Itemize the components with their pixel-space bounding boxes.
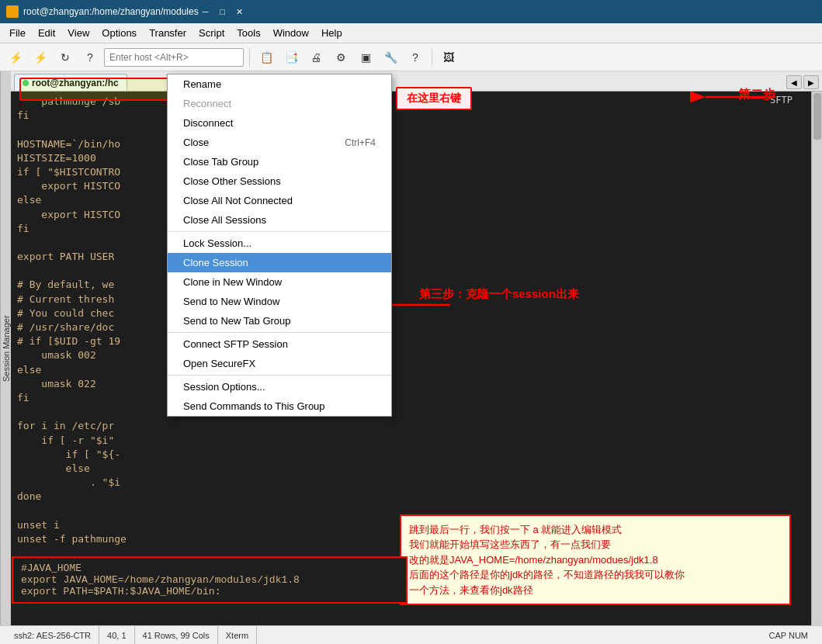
ctx-clone-new-window[interactable]: Clone in New Window xyxy=(168,272,391,292)
ctx-session-options[interactable]: Session Options... xyxy=(168,377,391,396)
ctx-sep1 xyxy=(168,231,391,232)
ctx-close-all-sessions[interactable]: Close All Sessions xyxy=(168,210,391,230)
menu-transfer[interactable]: Transfer xyxy=(143,26,192,40)
menubar: File Edit View Options Transfer Script T… xyxy=(0,23,822,43)
toolbar-wrench-btn[interactable]: 🔧 xyxy=(380,47,401,68)
ctx-close-shortcut: Ctrl+F4 xyxy=(345,137,376,148)
toolbar: ⚡ ⚡ ↻ ? 📋 📑 🖨 ⚙ ▣ 🔧 ? 🖼 xyxy=(0,43,822,71)
status-size: 41 Rows, 99 Cols xyxy=(135,626,218,644)
ctx-close-other-sessions-label: Close Other Sessions xyxy=(183,175,281,187)
terminal-area: root@zhangyan:/hc ◀ ▶ pathmunge /sb fi H… xyxy=(11,71,822,625)
tab-active[interactable]: root@zhangyan:/hc xyxy=(14,74,127,91)
host-input[interactable] xyxy=(104,48,244,67)
tab-navigation: ◀ ▶ xyxy=(786,75,819,91)
tab-prev-btn[interactable]: ◀ xyxy=(786,75,802,89)
ctx-reconnect: Reconnect xyxy=(168,94,391,113)
ctx-connect-sftp-label: Connect SFTP Session xyxy=(183,338,288,350)
ctx-close-all-not-connected-label: Close All Not Connected xyxy=(183,195,293,206)
maximize-button[interactable]: □ xyxy=(216,5,230,19)
toolbar-print-btn[interactable]: 🖨 xyxy=(305,47,327,68)
ctx-lock-session-label: Lock Session... xyxy=(183,237,251,249)
ctx-send-commands-label: Send Commands to This Group xyxy=(183,400,325,412)
toolbar-help2-btn[interactable]: ? xyxy=(404,47,426,68)
ctx-close-tab-group-label: Close Tab Group xyxy=(183,156,258,168)
statusbar: ssh2: AES-256-CTR 40, 1 41 Rows, 99 Cols… xyxy=(0,625,822,644)
status-position: 40, 1 xyxy=(99,626,134,644)
ctx-clone-session[interactable]: Clone Session xyxy=(168,253,391,272)
ctx-send-commands[interactable]: Send Commands to This Group xyxy=(168,396,391,416)
toolbar-separator2 xyxy=(432,49,432,66)
ctx-clone-session-label: Clone Session xyxy=(183,257,248,268)
ctx-connect-sftp[interactable]: Connect SFTP Session xyxy=(168,334,391,354)
status-term: Xterm xyxy=(218,626,257,644)
ctx-rename-label: Rename xyxy=(183,78,221,90)
toolbar-image-btn[interactable]: 🖼 xyxy=(438,47,460,68)
ctx-send-new-window-label: Send to New Window xyxy=(183,296,279,307)
menu-file[interactable]: File xyxy=(3,26,32,40)
ctx-close-all-not-connected[interactable]: Close All Not Connected xyxy=(168,191,391,210)
ctx-close-tab-group[interactable]: Close Tab Group xyxy=(168,152,391,171)
app-icon xyxy=(6,5,19,18)
tabs-bar: root@zhangyan:/hc ◀ ▶ xyxy=(11,71,822,92)
ctx-rename[interactable]: Rename xyxy=(168,74,391,94)
ctx-send-new-tab-group-label: Send to New Tab Group xyxy=(183,315,291,327)
session-manager-label: Session Manager xyxy=(2,315,11,382)
menu-help[interactable]: Help xyxy=(315,26,349,40)
ctx-open-securefx-label: Open SecureFX xyxy=(183,358,255,369)
ctx-sep2 xyxy=(168,332,391,333)
toolbar-copy-btn[interactable]: 📋 xyxy=(255,47,277,68)
menu-tools[interactable]: Tools xyxy=(231,26,266,40)
ctx-disconnect[interactable]: Disconnect xyxy=(168,113,391,133)
toolbar-settings-btn[interactable]: ⚙ xyxy=(330,47,352,68)
toolbar-monitor-btn[interactable]: ▣ xyxy=(355,47,376,68)
ctx-disconnect-label: Disconnect xyxy=(183,117,233,129)
toolbar-refresh-btn[interactable]: ↻ xyxy=(54,47,76,68)
minimize-button[interactable]: ─ xyxy=(199,5,213,19)
tab-next-btn[interactable]: ▶ xyxy=(803,75,819,89)
menu-script[interactable]: Script xyxy=(192,26,231,40)
window-title: root@zhangyan:/home/zhangyan/modules xyxy=(23,6,199,17)
ctx-send-new-window[interactable]: Send to New Window xyxy=(168,292,391,311)
titlebar: root@zhangyan:/home/zhangyan/modules ─ □… xyxy=(0,0,822,23)
ctx-close[interactable]: Close Ctrl+F4 xyxy=(168,133,391,152)
terminal-scrollbar[interactable] xyxy=(811,92,822,625)
ctx-close-label: Close xyxy=(183,137,209,148)
session-manager-sidebar[interactable]: Session Manager xyxy=(0,71,11,625)
toolbar-bookmark-btn[interactable]: 📑 xyxy=(280,47,302,68)
tab-status-dot xyxy=(23,80,29,86)
close-button[interactable]: ✕ xyxy=(233,5,247,19)
menu-options[interactable]: Options xyxy=(95,26,143,40)
ctx-reconnect-label: Reconnect xyxy=(183,98,231,109)
toolbar-question-btn[interactable]: ? xyxy=(79,47,101,68)
toolbar-connect-btn[interactable]: ⚡ xyxy=(5,47,26,68)
ctx-session-options-label: Session Options... xyxy=(183,381,265,393)
ctx-open-securefx[interactable]: Open SecureFX xyxy=(168,354,391,373)
menu-edit[interactable]: Edit xyxy=(32,26,61,40)
ctx-clone-new-window-label: Clone in New Window xyxy=(183,276,282,288)
terminal-content[interactable]: pathmunge /sb fi HOSTNAME=`/bin/ho HISTS… xyxy=(11,92,811,625)
ctx-lock-session[interactable]: Lock Session... xyxy=(168,234,391,253)
ctx-sep3 xyxy=(168,375,391,376)
toolbar-separator1 xyxy=(249,49,250,66)
terminal-text: pathmunge /sb fi HOSTNAME=`/bin/ho HISTS… xyxy=(17,95,805,546)
menu-window[interactable]: Window xyxy=(267,26,315,40)
ctx-close-all-sessions-label: Close All Sessions xyxy=(183,214,266,226)
status-protocol: ssh2: AES-256-CTR xyxy=(6,626,99,644)
context-menu: Rename Reconnect Disconnect Close Ctrl+F… xyxy=(167,74,392,417)
tab-label: root@zhangyan:/hc xyxy=(32,78,119,88)
sftp-label: SFTP xyxy=(770,95,793,106)
menu-view[interactable]: View xyxy=(61,26,95,40)
ctx-send-new-tab-group[interactable]: Send to New Tab Group xyxy=(168,311,391,331)
toolbar-bolt-btn[interactable]: ⚡ xyxy=(29,47,51,68)
status-caps: CAP NUM xyxy=(761,626,816,644)
ctx-close-other-sessions[interactable]: Close Other Sessions xyxy=(168,171,391,191)
main-area: Session Manager root@zhangyan:/hc ◀ ▶ pa… xyxy=(0,71,822,625)
scrollbar-thumb[interactable] xyxy=(813,93,821,140)
